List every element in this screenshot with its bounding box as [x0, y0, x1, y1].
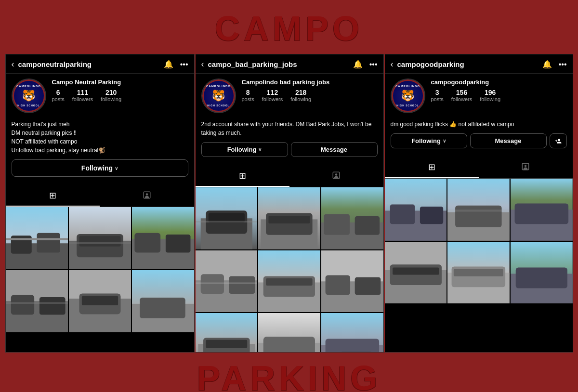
panel2-actions: Following ∨ Message: [201, 142, 378, 157]
panel2-bio: 2nd account share with your friends. DM …: [201, 118, 378, 142]
svg-point-76: [525, 165, 527, 167]
panel2-photo-7[interactable]: [196, 313, 258, 352]
panel2-avatar: CAMPOLINDO 🐯 HIGH SCHOOL: [201, 78, 236, 113]
panel1-grid-tab[interactable]: ⊞: [6, 185, 100, 207]
svg-rect-80: [420, 207, 443, 224]
more-icon-3[interactable]: •••: [559, 60, 567, 69]
panel1-photo-1[interactable]: [6, 207, 68, 269]
panel3-actions: Following ∨ Message: [391, 133, 567, 148]
svg-rect-90: [390, 264, 441, 285]
panel3-photo-6[interactable]: [511, 242, 573, 304]
panel1-actions: Following ∨: [12, 159, 188, 177]
more-icon-2[interactable]: •••: [369, 60, 378, 69]
panel1-following-label-btn: Following: [81, 164, 113, 172]
panel2-posts-num: 8: [246, 89, 250, 96]
panel3-add-btn[interactable]: [550, 133, 567, 148]
panel2-photo-6[interactable]: [321, 250, 383, 313]
more-icon-1[interactable]: •••: [180, 60, 188, 69]
bell-icon-2[interactable]: 🔔: [353, 60, 363, 69]
panel2-photo-8[interactable]: [258, 313, 320, 352]
panel3-grid-tab[interactable]: ⊞: [385, 157, 479, 178]
panel1-avatar: CAMPOLINDO 🐯 HIGH SCHOOL: [12, 78, 46, 113]
panel2-message-btn[interactable]: Message: [291, 142, 378, 157]
panel2-profile-top: CAMPOLINDO 🐯 HIGH SCHOOL Campolindo bad …: [201, 78, 378, 113]
panel3-bio-text: dm good parking flicks 👍 not affiliated …: [391, 120, 567, 129]
panel3-header-icons: 🔔 •••: [542, 60, 567, 69]
panel3-profile: CAMPOLINDO 🐯 HIGH SCHOOL campogoodparkin…: [385, 74, 573, 157]
panel2-photo-1[interactable]: [196, 187, 258, 249]
panel2-following-label: following: [290, 96, 311, 102]
panel1-posts-num: 6: [56, 89, 60, 96]
panel3-photo-2[interactable]: [447, 179, 510, 241]
panel3-photo-4[interactable]: [385, 242, 447, 304]
svg-rect-46: [269, 216, 310, 223]
panel1-photo-6[interactable]: [132, 270, 194, 332]
panel3-posts-label: posts: [431, 96, 444, 102]
bell-icon-3[interactable]: 🔔: [542, 60, 552, 69]
back-arrow-3[interactable]: ‹: [391, 59, 394, 69]
panel3-photo-1[interactable]: [385, 179, 447, 241]
panel3-photo-5[interactable]: [447, 242, 510, 304]
panel2-chevron: ∨: [258, 147, 262, 152]
panel1-chevron: ∨: [115, 166, 118, 171]
panel2-tagged-tab[interactable]: [289, 166, 383, 187]
logo-bottom-1: HIGH SCHOOL: [17, 104, 39, 107]
svg-rect-26: [11, 295, 34, 315]
svg-rect-18: [79, 236, 120, 247]
panel1-header: ‹ camponeutralparking 🔔 •••: [6, 54, 194, 74]
panel3-followers-stat: 156 followers: [451, 89, 472, 102]
panel1-tagged-tab[interactable]: [100, 185, 194, 207]
svg-rect-22: [134, 233, 160, 253]
panel1-photo-5[interactable]: [69, 270, 131, 332]
panel3-avatar: CAMPOLINDO 🐯 HIGH SCHOOL: [391, 78, 425, 113]
back-arrow-2[interactable]: ‹: [201, 59, 204, 69]
bell-icon-1[interactable]: 🔔: [164, 60, 173, 69]
panel1-photo-4[interactable]: [6, 270, 68, 332]
logo-bottom-2: HIGH SCHOOL: [207, 104, 229, 107]
svg-rect-53: [200, 274, 223, 294]
panel1-grid-icon: ⊞: [49, 190, 56, 201]
panel1-photo-3[interactable]: [132, 207, 194, 269]
panel2-followers-label: followers: [262, 96, 283, 102]
svg-rect-79: [390, 205, 414, 224]
panel2-following-btn[interactable]: Following ∨: [201, 142, 288, 157]
panel3-logo: CAMPOLINDO 🐯 HIGH SCHOOL: [392, 79, 424, 112]
panel2-message-label: Message: [321, 146, 347, 153]
panel2-posts-stat: 8 posts: [242, 89, 254, 102]
panel2-photo-4[interactable]: [196, 250, 258, 313]
panel2-bio-text: 2nd account share with your friends. DM …: [201, 120, 378, 137]
panel3-tagged-tab[interactable]: [479, 157, 573, 178]
panel1-followers-num: 111: [77, 89, 88, 96]
back-arrow-1[interactable]: ‹: [12, 59, 14, 69]
panel3-message-btn[interactable]: Message: [470, 133, 547, 148]
panel2-photo-grid-section: [196, 187, 383, 352]
panel1-profile: CAMPOLINDO 🐯 HIGH SCHOOL Campo Neutral P…: [6, 74, 194, 185]
svg-rect-55: [196, 282, 258, 284]
panel3-following-btn[interactable]: Following ∨: [391, 133, 467, 148]
logo-tiger-2: 🐯: [212, 90, 225, 102]
panel2-photo-2[interactable]: [258, 187, 320, 249]
panel-bad: ‹ campo_bad_parking_jobs 🔔 ••• CAMPOLIND…: [195, 54, 384, 353]
panel3-photo-3[interactable]: [511, 179, 573, 241]
panel3-following-num: 196: [485, 89, 496, 96]
svg-rect-73: [325, 339, 379, 352]
panel2-tagged-icon: [332, 171, 341, 182]
panel1-photo-2[interactable]: [69, 207, 131, 269]
svg-rect-54: [229, 276, 255, 293]
panel1-following-btn[interactable]: Following ∨: [12, 159, 188, 177]
svg-rect-67: [206, 340, 247, 348]
panel2-photo-3[interactable]: [321, 187, 383, 249]
svg-rect-83: [455, 206, 502, 227]
panel2-following-num: 218: [295, 89, 306, 96]
panel3-posts-num: 3: [435, 89, 439, 96]
svg-rect-13: [37, 233, 60, 253]
panel2-following-label-btn: Following: [227, 146, 257, 153]
panel1-bio-text: Parking that's just meh DM neutral parki…: [12, 120, 188, 155]
panel3-tagged-icon: [521, 162, 530, 173]
panel2-photo-5[interactable]: [258, 250, 320, 313]
panel2-grid-tab[interactable]: ⊞: [196, 166, 289, 187]
panel3-following-label: following: [480, 96, 500, 102]
svg-rect-14: [6, 238, 68, 240]
panel2-photo-9[interactable]: [321, 313, 383, 352]
svg-rect-70: [263, 337, 315, 352]
